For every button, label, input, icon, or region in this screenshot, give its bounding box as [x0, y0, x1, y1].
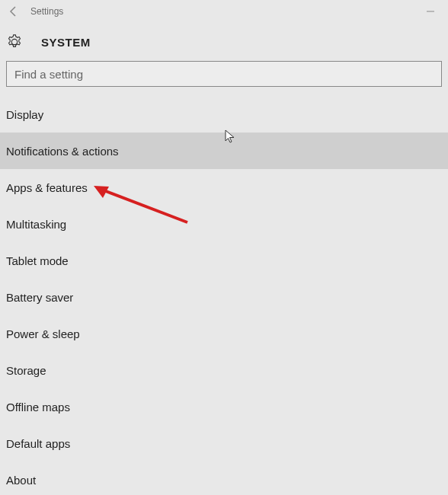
- nav-item-offline-maps[interactable]: Offline maps: [0, 388, 448, 425]
- nav-list: Display Notifications & actions Apps & f…: [0, 96, 448, 495]
- nav-item-apps-features[interactable]: Apps & features: [0, 169, 448, 206]
- nav-item-power-sleep[interactable]: Power & sleep: [0, 315, 448, 352]
- nav-item-label: About: [6, 474, 36, 487]
- nav-item-label: Apps & features: [6, 181, 88, 194]
- nav-item-label: Storage: [6, 364, 46, 377]
- nav-item-label: Offline maps: [6, 401, 70, 414]
- search-box[interactable]: [6, 61, 442, 87]
- nav-item-label: Default apps: [6, 437, 70, 450]
- nav-item-multitasking[interactable]: Multitasking: [0, 206, 448, 242]
- nav-item-label: Battery saver: [6, 291, 73, 304]
- nav-item-storage[interactable]: Storage: [0, 352, 448, 388]
- titlebar: Settings: [0, 0, 448, 23]
- nav-item-tablet-mode[interactable]: Tablet mode: [0, 242, 448, 279]
- back-button[interactable]: [6, 4, 21, 19]
- nav-item-label: Tablet mode: [6, 254, 69, 267]
- page-header: SYSTEM: [0, 23, 448, 61]
- back-arrow-icon: [8, 5, 20, 18]
- nav-item-default-apps[interactable]: Default apps: [0, 425, 448, 461]
- window-title: Settings: [30, 6, 63, 17]
- nav-item-about[interactable]: About: [0, 461, 448, 495]
- nav-item-display[interactable]: Display: [0, 96, 448, 133]
- minimize-button[interactable]: [419, 4, 442, 19]
- page-title: SYSTEM: [41, 36, 91, 49]
- search-input[interactable]: [14, 68, 434, 81]
- gear-icon: [6, 34, 23, 50]
- nav-item-notifications-actions[interactable]: Notifications & actions: [0, 133, 448, 169]
- nav-item-label: Display: [6, 108, 43, 121]
- nav-item-label: Notifications & actions: [6, 145, 119, 158]
- nav-item-label: Multitasking: [6, 218, 66, 231]
- nav-item-label: Power & sleep: [6, 327, 80, 340]
- minimize-icon: [426, 7, 435, 16]
- nav-item-battery-saver[interactable]: Battery saver: [0, 279, 448, 315]
